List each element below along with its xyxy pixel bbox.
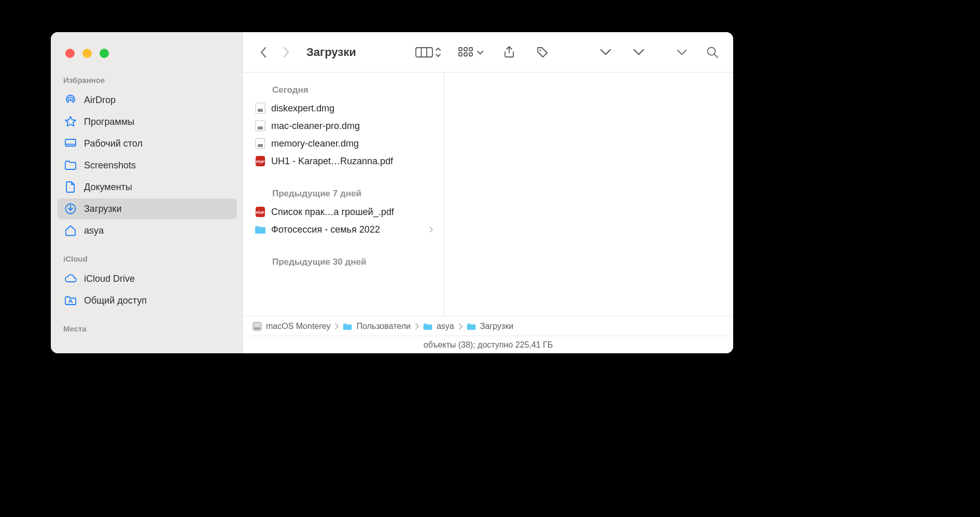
chevron-right-icon [427,226,435,233]
location-title: Загрузки [306,46,356,59]
dmg-icon [255,138,266,149]
search-button[interactable] [703,43,722,62]
file-row[interactable]: diskexpert.dmg [243,99,444,117]
folder-lt-icon [467,322,476,331]
sidebar-section-label: iCloud [51,251,243,267]
file-column[interactable]: Сегодняdiskexpert.dmgmac-cleaner-pro.dmg… [243,73,444,316]
toolbar-overflow-button[interactable] [629,43,648,62]
svg-text:PDF: PDF [256,160,264,164]
sidebar-item-label: asya [84,225,104,236]
close-window-button[interactable] [65,49,75,58]
back-button[interactable] [255,43,273,62]
sidebar-item-label: Программы [84,117,134,127]
file-row[interactable]: PDFСписок прак…а грошей_.pdf [243,203,444,221]
folder-lt-icon [343,322,352,331]
file-row[interactable]: memory-cleaner.dmg [243,135,444,152]
svg-rect-10 [469,48,472,51]
minimize-window-button[interactable] [82,49,92,58]
share-button[interactable] [500,43,519,62]
sidebar-item-загрузки[interactable]: Загрузки [57,198,237,219]
sidebar-item-общий-доступ[interactable]: Общий доступ [57,290,237,311]
sidebar-item-airdrop[interactable]: AirDrop [57,90,237,110]
pdf-icon: PDF [255,206,266,218]
sidebar-item-label: Загрузки [84,204,121,214]
crumb-label: macOS Monterey [266,322,330,331]
doc-icon [64,181,77,193]
group-header: Предыдущие 30 дней [243,250,444,271]
home-icon [64,224,77,237]
forward-button[interactable] [276,43,295,62]
sidebar-item-label: iCloud Drive [84,274,135,284]
sidebar-item-screenshots[interactable]: Screenshots [57,155,237,176]
file-name: memory-cleaner.dmg [271,138,435,149]
path-crumb[interactable]: Загрузки [467,322,513,331]
sidebar-item-icloud-drive[interactable]: iCloud Drive [57,268,237,289]
file-name: Список прак…а грошей_.pdf [271,207,435,218]
folder-lt-icon [255,224,266,235]
dmg-icon [255,120,266,132]
svg-rect-13 [469,53,472,56]
file-row[interactable]: PDFUH1 - Karapet…Ruzanna.pdf [243,152,444,170]
sidebar-item-программы[interactable]: Программы [57,111,237,132]
path-crumb[interactable]: asya [423,322,454,331]
zoom-window-button[interactable] [100,49,109,58]
main-pane: Загрузки [243,32,733,353]
sidebar-section-label: Места [51,321,243,337]
shared-icon [64,294,77,307]
svg-point-15 [708,47,716,55]
folder-icon [64,159,77,171]
svg-rect-27 [255,228,265,234]
sidebar-item-рабочий-стол[interactable]: Рабочий стол [57,133,237,154]
toolbar-view-controls [415,43,552,62]
path-bar[interactable]: macOS MontereyПользователиasyaЗагрузки [243,316,733,336]
toolbar-more-button[interactable] [672,43,691,62]
file-row[interactable]: mac-cleaner-pro.dmg [243,117,444,135]
sidebar-item-label: Рабочий стол [84,138,143,149]
file-name: UH1 - Karapet…Ruzanna.pdf [271,156,435,167]
sidebar-section-label: Избранное [51,73,243,89]
content-area: Сегодняdiskexpert.dmgmac-cleaner-pro.dmg… [243,73,733,316]
svg-rect-8 [459,48,462,51]
crumb-label: asya [437,322,454,331]
svg-rect-31 [424,325,432,329]
svg-rect-20 [258,126,263,130]
airdrop-icon [64,94,77,106]
file-name: Фотосессия - семья 2022 [271,224,422,235]
toolbar-right-controls [596,43,648,62]
svg-point-14 [540,49,541,51]
path-crumb[interactable]: macOS Monterey [253,322,330,331]
preview-column [444,73,733,316]
group-by-button[interactable] [457,43,485,62]
sidebar-item-label: AirDrop [84,95,116,106]
path-crumb[interactable]: Пользователи [343,322,410,331]
sidebar-item-label: Общий доступ [84,295,147,306]
tags-button[interactable] [533,43,552,62]
svg-rect-12 [464,53,467,56]
svg-point-0 [69,99,72,101]
sidebar-item-документы[interactable]: Документы [57,177,237,197]
cloud-icon [64,272,77,285]
finder-window: ИзбранноеAirDropПрограммыРабочий столScr… [51,32,733,353]
svg-rect-18 [258,109,263,112]
apps-icon [64,116,77,128]
view-columns-button[interactable] [415,43,443,62]
file-row[interactable]: Фотосессия - семья 2022 [243,221,444,238]
pdf-icon: PDF [255,155,266,167]
svg-line-16 [715,54,718,58]
downloads-icon [64,203,77,215]
window-controls [51,41,243,73]
disk-icon [253,322,262,331]
chevron-right-icon [415,323,419,329]
group-header: Сегодня [243,78,444,99]
svg-rect-30 [343,325,352,329]
crumb-label: Загрузки [480,322,513,331]
toolbar-overflow-button[interactable] [596,43,615,62]
svg-rect-9 [464,48,467,51]
chevron-right-icon [458,323,463,329]
folder-lt-icon [423,322,432,331]
sidebar: ИзбранноеAirDropПрограммыРабочий столScr… [51,32,243,353]
status-bar: объекты (38); доступно 225,41 ГБ [243,336,733,353]
svg-rect-11 [459,53,462,56]
sidebar-item-asya[interactable]: asya [57,220,237,241]
svg-rect-29 [254,327,260,329]
